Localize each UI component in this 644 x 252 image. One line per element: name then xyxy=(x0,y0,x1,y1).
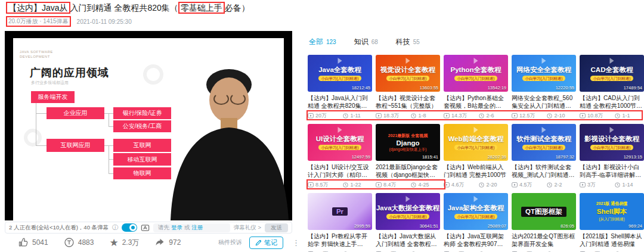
video-player[interactable]: JAVA SOFTWARE DEVELOPMENT 广阔的应用领域 多行业多领域… xyxy=(5,31,292,220)
login-link[interactable]: 登录 xyxy=(171,224,182,232)
thumb-main-text: Java全套教程 xyxy=(318,66,361,74)
video-duration: 1815:41 xyxy=(422,154,438,160)
thumb-sub-text: (django框架快速上手) xyxy=(389,147,427,153)
clock-icon xyxy=(343,113,348,119)
video-duration: 18212:45 xyxy=(352,85,370,91)
video-card-stats: 18.3万 1-8 xyxy=(376,112,440,119)
video-thumbnail: 2021最新版 全套视频 Django (django框架快速上手) 1815:… xyxy=(376,124,440,161)
video-card[interactable]: Java架构全套教程 小白学习(入门到精通) 25089:07 【达内】Java… xyxy=(444,193,508,252)
upload-date: 2-2 xyxy=(554,182,562,188)
video-thumbnail: 影视设计全套教程 小白学习(入门到精通) 12913:15 xyxy=(580,124,644,161)
tab-label: 全部 xyxy=(309,37,323,47)
upload-date: 2-6 xyxy=(486,113,494,119)
thumb-main-text: Python全套教程 xyxy=(451,66,501,74)
thumb-main-text: Pr xyxy=(332,207,348,216)
danmaku-etiquette-link[interactable]: 弹幕礼仪 > xyxy=(234,224,261,232)
video-card-stats: 4.6万 2-20 xyxy=(444,181,508,188)
video-card[interactable]: 2021最新版 全套视频 Django (django框架快速上手) 1815:… xyxy=(376,124,440,188)
upload-date: 1-11 xyxy=(350,113,360,119)
video-card[interactable]: Java大数据全套教程 小白学习(入门到精通) 30641:51 【达内】Jav… xyxy=(376,193,440,252)
video-card[interactable]: Java全套教程 小白学习(入门到精通) 18212:45 【达内】Java从入… xyxy=(308,55,372,119)
tab-count: 68 xyxy=(371,39,378,45)
clock-icon xyxy=(411,113,416,119)
tree-node-server-dev: 服务端开发 xyxy=(31,91,75,103)
thumb-badge: 小白学习(入门到精通) xyxy=(522,76,566,81)
play-triangle-icon xyxy=(542,58,546,64)
send-button[interactable]: 发送 xyxy=(265,223,288,232)
danmaku-toggle[interactable] xyxy=(122,223,137,232)
video-duration: 17489:54 xyxy=(624,85,642,91)
clock-icon xyxy=(615,182,620,188)
play-count: 4.6万 xyxy=(451,181,465,189)
slide-watermark: JAVA SOFTWARE DEVELOPMENT xyxy=(20,50,54,60)
video-card[interactable]: QT图形框架 826:05 达内2021最全QT图形框架界面开发全集 1.7万 … xyxy=(512,193,576,252)
report-link[interactable]: 稿件投诉 xyxy=(218,238,242,247)
play-count: 10.8万 xyxy=(587,112,603,120)
play-triangle-icon xyxy=(338,127,342,133)
video-card[interactable]: 软件测试全套教程 小白学习(入门到精通) 18797:32 【达内】软件测试全套… xyxy=(512,124,576,188)
coin-icon xyxy=(64,237,75,248)
play-triangle-icon xyxy=(542,127,546,133)
video-grid: Java全套教程 小白学习(入门到精通) 18212:45 【达内】Java从入… xyxy=(308,55,644,252)
video-title-mid: 入门到精通 全教程共820集（ xyxy=(70,3,178,13)
video-duration: 13542:19 xyxy=(488,85,506,91)
danmaku-input[interactable]: 请先 登录 或 注册 xyxy=(153,223,230,232)
play-count: 14.3万 xyxy=(451,112,467,120)
play-triangle-icon xyxy=(474,58,478,64)
thumb-main-text: Web前端全套教程 xyxy=(448,135,503,144)
video-thumbnail: Web前端全套教程 小白学习(入门到精通) 28207:39 xyxy=(444,124,508,161)
video-thumbnail: Pr 2995:59 xyxy=(308,193,372,230)
video-duration: 18797:32 xyxy=(556,154,574,160)
video-thumbnail: Java大数据全套教程 小白学习(入门到精通) 30641:51 xyxy=(376,193,440,230)
play-triangle-icon xyxy=(610,127,614,133)
slide-subheading: 多行业多领域都适用 xyxy=(31,80,69,86)
video-card[interactable]: Web前端全套教程 小白学习(入门到精通) 28207:39 【达内】Web前端… xyxy=(444,124,508,188)
play-count: 2.8万 xyxy=(315,250,329,252)
video-card[interactable]: CAD全套教程 小白学习(入门到精通) 17489:54 【达内】CAD从入门到… xyxy=(580,55,644,119)
tab-tech[interactable]: 科技 55 xyxy=(396,37,420,47)
thumb-main-text: CAD全套教程 xyxy=(591,66,633,74)
tree-connector xyxy=(36,103,36,145)
thumb-badge: 小白学习(入门到精通) xyxy=(590,145,634,150)
info-icon[interactable]: ⓘ xyxy=(112,223,118,232)
video-card[interactable]: Pr 2995:59 【达内】Pr教程从零开始学 剪辑快速上手（100节） 2.… xyxy=(308,193,372,252)
video-card[interactable]: 网络安全全套教程 小白学习(入门到精通) 12220:55 网络安全全套教程_5… xyxy=(512,55,576,119)
clock-icon xyxy=(343,182,348,188)
tab-all[interactable]: 全部 123 xyxy=(309,37,336,47)
star-icon: ★ xyxy=(109,238,118,248)
pencil-icon xyxy=(255,239,262,246)
video-card-stats: 4.5万 2-2 xyxy=(512,181,576,188)
tab-knowledge[interactable]: 知识 68 xyxy=(354,37,378,47)
favorite-button[interactable]: ★ 2.3万 xyxy=(109,238,139,248)
like-button[interactable]: 5041 xyxy=(18,237,48,248)
note-button[interactable]: 笔记 xyxy=(249,237,283,249)
thumb-main-text: UI设计全套教程 xyxy=(316,135,364,144)
video-card[interactable]: Python全套教程 小白学习(入门到精通) 13542:19 【达内】Pyth… xyxy=(444,55,508,119)
play-count-icon xyxy=(580,182,586,188)
video-card-title: 【达内】影视设计小白到高手-临摹详细讲解410集 xyxy=(580,163,644,179)
video-card-title: 【达内】视觉设计全套教程~551集（完整版） xyxy=(376,94,440,110)
play-triangle-icon xyxy=(474,127,478,133)
tree-connector xyxy=(109,113,113,114)
play-triangle-icon xyxy=(474,196,478,202)
video-card[interactable]: 视觉设计全套教程 小白学习(入门到精通) 13603:55 【达内】视觉设计全套… xyxy=(376,55,440,119)
presenter-person xyxy=(159,54,292,220)
thumb-sub-text: (从入门到精通) xyxy=(599,217,624,222)
video-duration: 13603:55 xyxy=(420,85,438,91)
video-card[interactable]: 影视设计全套教程 小白学习(入门到精通) 12913:15 【达内】影视设计小白… xyxy=(580,124,644,188)
video-card-title: 【达内】Java从入门到精通 全教程共820集（零基础上手必备） xyxy=(308,94,372,110)
annotation-title-2: 零基础上手 xyxy=(178,2,225,14)
register-link[interactable]: 注册 xyxy=(192,224,203,232)
play-count: 1.7万 xyxy=(587,250,600,252)
coin-button[interactable]: 4883 xyxy=(64,237,94,248)
video-thumbnail: Java架构全套教程 小白学习(入门到精通) 25089:07 xyxy=(444,193,508,230)
danmaku-settings-icon[interactable] xyxy=(141,223,150,232)
video-card[interactable]: UI设计全套教程 小白学习(入门到精通) 12497:59 【达内】UI设计/交… xyxy=(308,124,372,188)
video-card-title: 【达内】UI设计/交互设计入门到大师（精印版） xyxy=(308,163,372,179)
video-duration: 12497:59 xyxy=(352,154,370,160)
thumb-badge: 小白学习(入门到精通) xyxy=(590,76,634,81)
play-count: 12.5万 xyxy=(519,112,535,120)
video-card[interactable]: 2021版 通俗易懂 Shell脚本 (从入门到精通) 969:24 【2021… xyxy=(580,193,644,252)
share-button[interactable]: 972 xyxy=(154,237,181,248)
more-options-icon[interactable]: ⋮ xyxy=(290,238,302,247)
